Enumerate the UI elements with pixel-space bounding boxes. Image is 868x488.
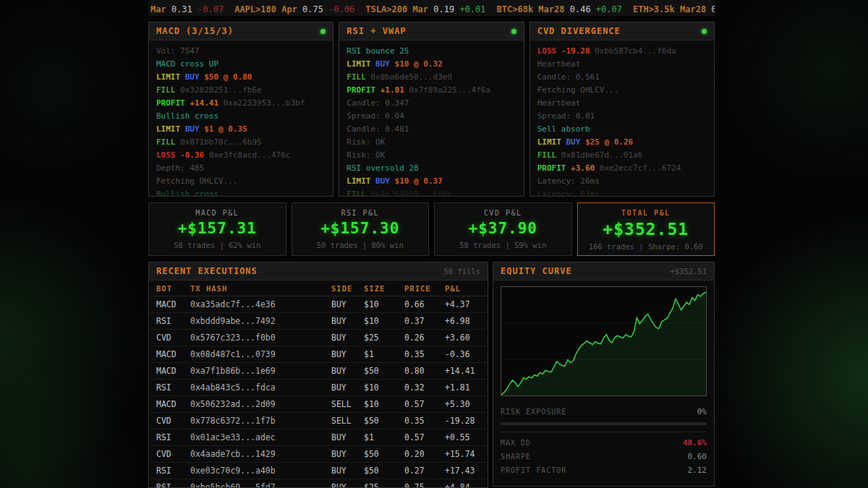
bot-log-cvd: LOSS -19.28 0xbb587cb4...f6daHeartbeatCa… [530, 40, 714, 197]
cell-price: 0.75 [404, 482, 445, 488]
cell-tx-hash: 0x08d487c1...0739 [190, 349, 331, 359]
column-header: BOT [156, 284, 190, 293]
execution-row[interactable]: CVD0x5767c323...f0b0BUY$250.26+3.60 [149, 330, 488, 346]
log-line: Latency: 61ms [537, 188, 707, 197]
log-line: FILL 0x871bb78c...6b95 [156, 136, 326, 149]
cell-tx-hash: 0x506232ad...2d09 [190, 399, 331, 409]
cell-pnl: +3.60 [445, 333, 480, 343]
cell-price: 0.66 [404, 299, 445, 309]
log-line: Candle: 0.481 [346, 123, 516, 136]
execution-row[interactable]: RSI0xbe5bcb69...5fd7BUY$250.75+4.84 [149, 479, 488, 488]
cell-pnl: +4.84 [445, 482, 480, 488]
cell-bot: CVD [156, 416, 190, 426]
pnl-card-total[interactable]: TOTAL P&L +$352.51 166 trades | Sharpe: … [577, 202, 715, 256]
log-line: PROFIT +3.60 0xe2ecc7cf...6724 [537, 162, 707, 175]
column-header: SIZE [364, 284, 404, 293]
ticker-item[interactable]: AAPL>180 Apr 0.75 -0.06 [234, 4, 354, 14]
ticker-symbol: ETH>3.5k Mar28 [633, 4, 711, 14]
execution-row[interactable]: RSI0x01ac3e33...adecBUY$10.57+0.55 [149, 429, 488, 446]
bot-panels-row: MACD (3/15/3) Vol: 7547MACD cross UPLIMI… [148, 22, 715, 197]
cell-price: 0.57 [404, 432, 445, 442]
pnl-card-label: MACD P&L [149, 209, 286, 217]
bot-panel-cvd: CVD DIVERGENCE LOSS -19.28 0xbb587cb4...… [529, 22, 715, 197]
cell-pnl: +15.74 [445, 449, 480, 459]
cell-side: BUY [331, 449, 364, 459]
risk-exposure-row: RISK EXPOSURE 0% [501, 405, 707, 419]
cell-tx-hash: 0xbe5bcb69...5fd7 [190, 482, 331, 488]
cell-size: $50 [364, 366, 404, 376]
bot-log-macd: Vol: 7547MACD cross UPLIMIT BUY $50 @ 0.… [149, 40, 333, 197]
cell-side: SELL [331, 416, 364, 426]
ticker-item[interactable]: Mar 0.31 -0.07 [150, 4, 224, 14]
log-line: Candle: 0.561 [537, 71, 707, 84]
cell-bot: RSI [156, 466, 190, 476]
status-online-dot [511, 29, 516, 34]
ticker-change: +0.07 [591, 4, 622, 14]
cell-size: $1 [364, 349, 404, 359]
execution-row[interactable]: CVD0x4aade7cb...1429BUY$500.20+15.74 [149, 446, 488, 463]
pnl-card-rsi[interactable]: RSI P&L +$157.30 50 trades | 80% win [292, 202, 430, 256]
execution-row[interactable]: MACD0x08d487c1...0739BUY$10.35-0.36 [149, 346, 488, 363]
cell-size: $25 [364, 482, 404, 488]
equity-title: EQUITY CURVE [501, 266, 572, 276]
cell-pnl: +0.55 [445, 432, 480, 442]
log-line: FILL 0x32828251...fb6e [156, 84, 326, 97]
cell-side: BUY [331, 349, 364, 359]
cell-size: $10 [364, 299, 404, 309]
log-line: Depth: 485 [156, 162, 326, 175]
cell-bot: MACD [156, 299, 190, 309]
ticker-price: 0.19 [433, 4, 454, 14]
execution-row[interactable]: MACD0x506232ad...2d09SELL$100.57+5.30 [149, 396, 488, 413]
cell-side: BUY [331, 333, 364, 343]
status-online-dot [702, 29, 707, 34]
log-line: LOSS -0.36 0xe3fc8acd...476c [156, 149, 326, 162]
trading-dashboard: Mar 0.31 -0.07AAPL>180 Apr 0.75 -0.06TSL… [148, 0, 715, 488]
cell-side: BUY [331, 466, 364, 476]
log-line: Fetching OHLCV... [537, 84, 707, 97]
log-line: LIMIT BUY $25 @ 0.26 [537, 136, 707, 149]
metric-row-sharpe: SHARPE 0.60 [501, 450, 707, 463]
cell-pnl: +6.98 [445, 316, 480, 326]
log-line: RSI oversold 28 [346, 162, 516, 175]
cell-bot: RSI [156, 316, 190, 326]
log-line: LIMIT BUY $1 @ 0.35 [156, 123, 326, 136]
ticker-price: 0.46 [570, 4, 591, 14]
cell-size: $10 [364, 382, 404, 393]
bot-panel-header: CVD DIVERGENCE [530, 22, 714, 40]
execution-row[interactable]: CVD0x778c6372...1f7bSELL$500.35-19.28 [149, 413, 488, 429]
risk-metrics: MAX DD 48.6% SHARPE 0.60 PROFIT FACTOR 2… [501, 432, 707, 477]
pnl-card-value: +$157.31 [149, 220, 286, 237]
log-line: Spread: 0.01 [537, 110, 707, 123]
execution-row[interactable]: MACD0xa7f1b86b...1e69BUY$500.80+14.41 [149, 363, 488, 380]
cell-side: BUY [331, 382, 364, 393]
ticker-change: -0.06 [323, 4, 354, 14]
ticker-items: Mar 0.31 -0.07AAPL>180 Apr 0.75 -0.06TSL… [150, 1, 715, 15]
cell-price: 0.20 [404, 449, 445, 459]
execution-row[interactable]: RSI0xe03c70c9...a40bBUY$500.27+17.43 [149, 463, 488, 479]
cell-side: BUY [331, 316, 364, 326]
log-line: FILL 0x81dbe67d...01a6 [537, 149, 707, 162]
pnl-card-sub: 166 trades | Sharpe: 0.60 [578, 242, 715, 251]
ticker-item[interactable]: TSLA>200 Mar 0.19 +0.01 [365, 4, 485, 14]
cell-tx-hash: 0xa7f1b86b...1e69 [190, 366, 331, 376]
cell-bot: RSI [156, 382, 190, 393]
log-line: LIMIT BUY $10 @ 0.37 [346, 175, 516, 188]
ticker-item[interactable]: BTC>68k Mar28 0.46 +0.07 [497, 4, 622, 14]
cell-price: 0.32 [404, 382, 445, 393]
cell-size: $1 [364, 432, 404, 442]
executions-panel: RECENT EXECUTIONS 50 fills BOTTX HASHSID… [148, 262, 488, 488]
profit-factor-label: PROFIT FACTOR [501, 466, 566, 474]
execution-row[interactable]: RSI0xbddd9abe...7492BUY$100.37+6.98 [149, 313, 488, 330]
equity-curve-line [501, 287, 706, 395]
risk-exposure-label: RISK EXPOSURE [501, 408, 566, 416]
bottom-row: RECENT EXECUTIONS 50 fills BOTTX HASHSID… [148, 262, 715, 488]
executions-title: RECENT EXECUTIONS [156, 266, 258, 276]
execution-row[interactable]: RSI0x4ab843c5...fdcaBUY$100.32+1.81 [149, 380, 488, 396]
cell-price: 0.26 [404, 333, 445, 343]
ticker-item[interactable]: ETH>3.5k Mar28 0.82 [633, 4, 715, 14]
pnl-card-cvd[interactable]: CVD P&L +$37.90 58 trades | 59% win [434, 202, 572, 256]
execution-row[interactable]: MACD0xa35adc7f...4e36BUY$100.66+4.37 [149, 296, 488, 313]
pnl-card-macd[interactable]: MACD P&L +$157.31 58 trades | 62% win [148, 202, 286, 256]
cell-pnl: +1.81 [445, 382, 480, 393]
equity-total-value: +$352.51 [670, 267, 707, 275]
